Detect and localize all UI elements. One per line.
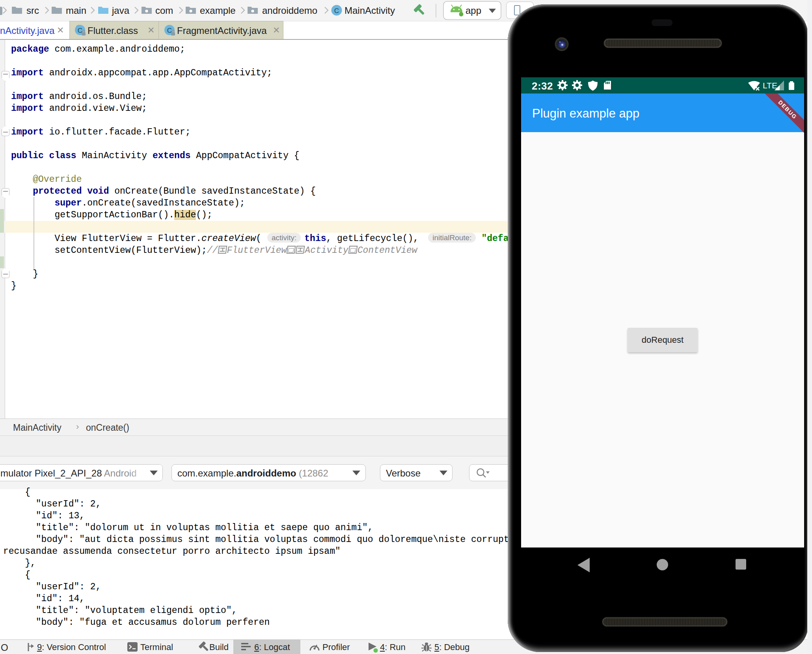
svg-text:C: C xyxy=(334,7,339,15)
